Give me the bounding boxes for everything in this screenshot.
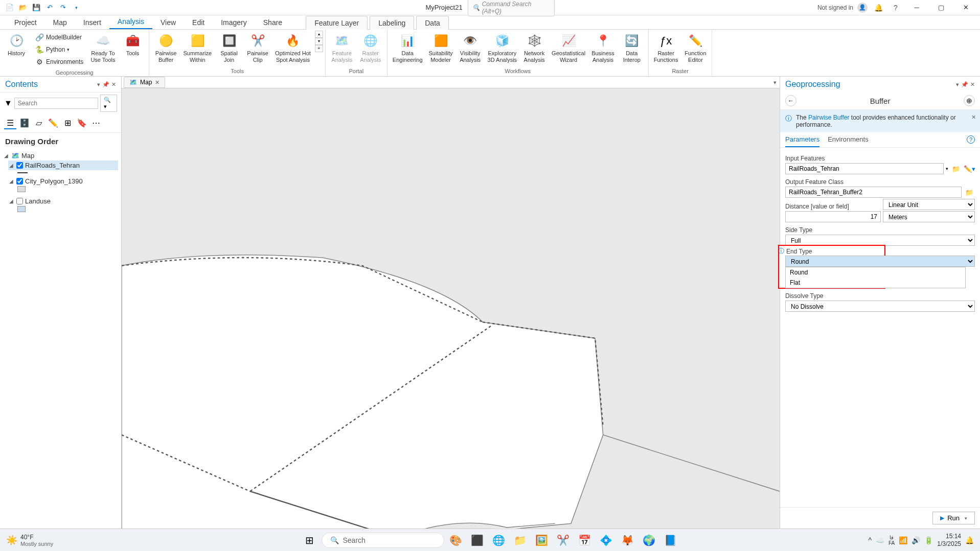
edit-icon[interactable]: ✏️▾	[964, 163, 975, 174]
spatial-join-button[interactable]: 🔲Spatial Join	[215, 31, 243, 65]
ready-to-use-tools-button[interactable]: ☁️ Ready To Use Tools	[87, 31, 118, 65]
arcgis-icon[interactable]: 🌍	[640, 531, 659, 550]
dissolve-type-select[interactable]: No Dissolve	[785, 301, 975, 312]
layer-checkbox[interactable]	[16, 162, 23, 169]
contents-search-input[interactable]	[14, 98, 98, 109]
caret-icon[interactable]: ◢	[9, 163, 14, 168]
list-by-labeling-icon[interactable]: 🔖	[76, 117, 88, 129]
distance-unit-select[interactable]: Meters	[883, 211, 975, 222]
calendar-icon[interactable]: 📅	[575, 531, 595, 550]
new-project-icon[interactable]: 📄	[4, 2, 15, 13]
spinner-down[interactable]: ▾	[315, 38, 323, 45]
back-button[interactable]: ←	[785, 95, 796, 106]
tools-button[interactable]: 🧰 Tools	[118, 31, 147, 59]
edge-icon[interactable]: 🌐	[489, 531, 509, 550]
close-icon[interactable]: ✕	[970, 81, 975, 88]
toc-map-root[interactable]: ◢ 🗺️ Map	[3, 151, 118, 160]
word-icon[interactable]: 📘	[661, 531, 680, 550]
pin-icon[interactable]: 📌	[102, 81, 109, 88]
layer-symbol-swatch[interactable]	[17, 206, 26, 212]
taskbar-clock[interactable]: 15:14 1/3/2025	[937, 533, 961, 547]
ribbon-tab-feature-layer[interactable]: Feature Layer	[306, 16, 368, 30]
minimize-button[interactable]: ─	[906, 0, 927, 15]
copilot-icon[interactable]: 💠	[597, 531, 616, 550]
ribbon-tab-project[interactable]: Project	[6, 16, 45, 29]
search-dropdown-button[interactable]: 🔍 ▾	[100, 95, 117, 112]
modelbuilder-button[interactable]: 🔗ModelBuilder	[33, 32, 85, 43]
wifi-icon[interactable]: 📶	[899, 536, 907, 544]
caret-icon[interactable]: ◢	[9, 178, 14, 184]
add-to-favorites-button[interactable]: ⊕	[964, 95, 975, 106]
ribbon-tab-map[interactable]: Map	[45, 16, 75, 29]
layer-symbol-swatch[interactable]	[17, 186, 26, 192]
redo-icon[interactable]: ↷	[57, 2, 69, 13]
suitability-modeler-button[interactable]: 🟧Suitability Modeler	[426, 31, 456, 65]
close-icon[interactable]: ✕	[155, 79, 159, 86]
history-button[interactable]: 🕑 History	[2, 31, 31, 59]
notifications-icon[interactable]: 🔔	[872, 1, 885, 14]
function-editor-button[interactable]: ✏️Function Editor	[681, 31, 710, 65]
battery-icon[interactable]: 🔋	[924, 536, 933, 544]
toc-layer-landuse[interactable]: ◢ Landuse	[8, 196, 118, 206]
help-icon[interactable]: ?	[889, 1, 902, 14]
notifications-icon[interactable]: 🔔	[965, 536, 974, 544]
volume-icon[interactable]: 🔊	[911, 536, 920, 544]
ribbon-tab-labeling[interactable]: Labeling	[370, 16, 414, 30]
layer-symbol-line[interactable]	[17, 172, 28, 173]
layer-checkbox[interactable]	[16, 198, 23, 204]
more-icon[interactable]: ⋯	[90, 117, 102, 129]
close-icon[interactable]: ✕	[971, 114, 976, 121]
toc-layer-railroads[interactable]: ◢ RailRoads_Tehran	[8, 160, 118, 170]
ribbon-tab-analysis[interactable]: Analysis	[109, 15, 152, 29]
taskbar-search[interactable]: 🔍 Search	[322, 533, 444, 548]
app-icon[interactable]: 🎨	[446, 531, 466, 550]
filter-icon[interactable]: ▼	[4, 99, 12, 108]
pairwise-clip-button[interactable]: ✂️Pairwise Clip	[243, 31, 272, 65]
ribbon-tab-data[interactable]: Data	[416, 16, 449, 30]
help-icon[interactable]: ?	[967, 135, 975, 144]
exploratory-3d-button[interactable]: 🧊Exploratory 3D Analysis	[485, 31, 520, 65]
data-engineering-button[interactable]: 📊Data Engineering	[390, 31, 426, 65]
data-interop-button[interactable]: 🔄Data Interop	[618, 31, 646, 65]
pairwise-buffer-link[interactable]: Pairwise Buffer	[808, 114, 849, 121]
file-explorer-icon[interactable]: 📁	[511, 531, 530, 550]
spinner-up[interactable]: ▴	[315, 31, 323, 38]
optimized-hotspot-button[interactable]: 🔥Optimized Hot Spot Analysis	[272, 31, 314, 65]
start-button[interactable]: ⊞	[300, 531, 320, 550]
signin-text[interactable]: Not signed in	[817, 4, 853, 11]
end-type-select[interactable]: Round	[785, 256, 975, 267]
language-indicator[interactable]: فا FA	[888, 535, 895, 546]
distance-value-field[interactable]	[785, 211, 881, 222]
spinner-expand[interactable]: ≡	[315, 45, 323, 52]
chevron-down-icon[interactable]: ▾	[946, 166, 948, 171]
summarize-within-button[interactable]: 🟨Summarize Within	[180, 31, 215, 65]
run-button[interactable]: ▶ Run ▾	[932, 512, 975, 524]
tray-chevron-icon[interactable]: ^	[868, 536, 872, 544]
list-by-source-icon[interactable]: 🗄️	[18, 117, 31, 129]
end-type-option-round[interactable]: Round	[786, 267, 965, 278]
maximize-button[interactable]: ▢	[931, 0, 951, 15]
save-icon[interactable]: 💾	[31, 2, 42, 13]
list-by-editing-icon[interactable]: ✏️	[47, 117, 59, 129]
caret-icon[interactable]: ◢	[4, 153, 9, 158]
caret-icon[interactable]: ◢	[9, 198, 14, 204]
environments-button[interactable]: ⚙Environments	[33, 56, 85, 67]
chevron-down-icon[interactable]: ▾	[956, 81, 959, 88]
pin-icon[interactable]: 📌	[961, 81, 968, 88]
input-features-field[interactable]	[785, 163, 944, 174]
network-analysis-button[interactable]: 🕸️Network Analysis	[520, 31, 549, 65]
ribbon-tab-insert[interactable]: Insert	[75, 16, 109, 29]
side-type-select[interactable]: Full	[785, 235, 975, 246]
layer-checkbox[interactable]	[16, 178, 23, 185]
tab-parameters[interactable]: Parameters	[785, 132, 819, 147]
end-type-option-flat[interactable]: Flat	[786, 278, 965, 288]
tab-environments[interactable]: Environments	[828, 132, 868, 147]
map-tab[interactable]: 🗺️ Map ✕	[124, 77, 165, 88]
snipping-tool-icon[interactable]: ✂️	[554, 531, 573, 550]
browse-icon[interactable]: 📁	[964, 187, 975, 198]
onedrive-icon[interactable]: ☁️	[876, 536, 884, 544]
list-by-selection-icon[interactable]: ▱	[33, 117, 45, 129]
list-by-snapping-icon[interactable]: ⊞	[61, 117, 74, 129]
python-button[interactable]: 🐍Python ▾	[33, 44, 85, 55]
distance-mode-select[interactable]: Linear Unit	[883, 199, 975, 210]
